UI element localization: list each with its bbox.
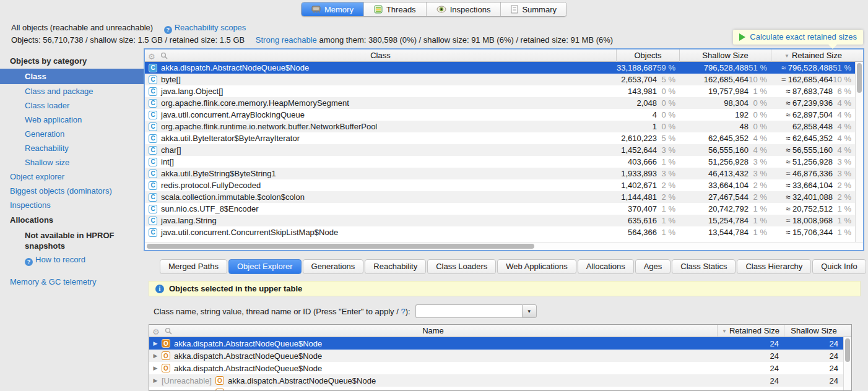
retained-size: 24 [717, 351, 784, 361]
class-table-row[interactable]: Cakka.dispatch.AbstractNodeQueue$Node33,… [145, 62, 855, 74]
class-table-row[interactable]: Cakka.util.ByteIterator$ByteArrayIterato… [145, 132, 855, 144]
class-table-row[interactable]: Cjava.lang.Object[]143,9810 %19,757,9841… [145, 85, 855, 97]
retained-size: 24 [717, 376, 784, 385]
tab-web-applications[interactable]: Web Applications [497, 259, 576, 274]
gear-icon[interactable]: ⚙ [152, 329, 160, 336]
class-name: org.apache.flink.core.memory.HeapMemoryS… [161, 98, 349, 108]
scrollbar-thumb[interactable] [147, 244, 534, 249]
sidebar-item-object-explorer[interactable]: Object explorer [0, 170, 144, 184]
sidebar-item-biggest-objects-dominators[interactable]: Biggest objects (dominators) [0, 184, 144, 198]
filter-dropdown-button[interactable]: ▼ [522, 304, 537, 318]
objects-percent: 0 % [657, 122, 679, 131]
object-table-row[interactable]: ▶Oakka.dispatch.AbstractNodeQueue$Node24… [149, 350, 843, 362]
column-objects[interactable]: Objects [616, 49, 679, 62]
retained-size: ≈ 67,239,936 [771, 98, 833, 108]
sidebar-item-memory-gc-telemetry[interactable]: Memory & GC telemetry [0, 275, 144, 289]
class-table-row[interactable]: Cjava.util.concurrent.ConcurrentSkipList… [145, 226, 855, 238]
tab-merged-paths[interactable]: Merged Paths [160, 259, 227, 274]
retained-size: 24 [717, 364, 784, 373]
class-table-row[interactable]: Cjava.util.concurrent.ArrayBlockingQueue… [145, 109, 855, 121]
class-table-row[interactable]: Cscala.collection.immutable.$colon$colon… [145, 191, 855, 203]
strong-reachable-link[interactable]: Strong reachable [256, 35, 317, 45]
class-table-row[interactable]: Cakka.util.ByteString$ByteString11,933,8… [145, 168, 855, 179]
expand-icon[interactable]: ▶ [149, 353, 162, 359]
gear-icon[interactable]: ⚙ [148, 53, 155, 61]
objects-percent: 0 % [657, 87, 679, 96]
tab-threads[interactable]: Threads [364, 2, 427, 16]
objects-count: 403,666 [616, 157, 657, 166]
sidebar-item-generation[interactable]: Generation [0, 127, 144, 141]
tab-class-statics[interactable]: Class Statics [672, 259, 736, 274]
sidebar-item-inspections[interactable]: Inspections [0, 198, 144, 212]
reachability-scopes-link[interactable]: ?Reachability scopes [164, 23, 246, 32]
class-icon: C [149, 228, 157, 237]
sidebar-item-reachability[interactable]: Reachability [0, 141, 144, 155]
tab-ages[interactable]: Ages [635, 259, 671, 274]
sidebar-item-class[interactable]: Class [0, 69, 144, 84]
sidebar-item-how-to-record[interactable]: ?How to record [0, 252, 144, 269]
object-name: akka.dispatch.AbstractNodeQueue$Node [228, 376, 376, 385]
class-name: java.lang.Object[] [161, 87, 223, 96]
tab-object-explorer[interactable]: Object Explorer [228, 259, 302, 274]
column-retained-size[interactable]: ▼Retained Size [717, 325, 784, 337]
class-table-row[interactable]: Cint[]403,6661 %51,256,9283 %≈ 51,256,92… [145, 156, 855, 168]
class-table-row[interactable]: Corg.apache.flink.core.memory.HeapMemory… [145, 97, 855, 109]
tab-summary[interactable]: Summary [501, 2, 566, 16]
column-name[interactable]: ⚙ Name [149, 326, 717, 335]
sidebar-item-shallow-size[interactable]: Shallow size [0, 155, 144, 170]
calculate-retained-sizes-button[interactable]: Calculate exact retained sizes [733, 30, 863, 45]
sidebar-item-class-and-package[interactable]: Class and package [0, 84, 144, 98]
tab-memory[interactable]: Memory [302, 2, 364, 16]
expand-icon[interactable]: ▶ [149, 365, 162, 371]
horizontal-scrollbar[interactable] [145, 242, 863, 250]
vertical-scrollbar[interactable] [843, 337, 851, 390]
object-table-body: ▶Oakka.dispatch.AbstractNodeQueue$Node24… [149, 337, 843, 390]
column-retained-size[interactable]: ▼Retained Size [771, 49, 855, 62]
column-class[interactable]: ⚙ Class [145, 51, 616, 60]
class-table-row[interactable]: Csun.nio.cs.UTF_8$Encoder370,4071 %20,74… [145, 203, 855, 215]
object-table-row[interactable]: ▶[Unreachable]Oakka.dispatch.AbstractNod… [149, 374, 843, 387]
class-name: akka.dispatch.AbstractNodeQueue$Node [161, 63, 309, 72]
column-shallow-size[interactable]: Shallow Size [784, 325, 843, 337]
vertical-scrollbar[interactable] [855, 62, 863, 242]
filter-help-link[interactable]: ? [401, 307, 405, 316]
tab-allocations[interactable]: Allocations [578, 259, 634, 274]
object-table-row[interactable]: ▶[Unreachable]Oakka.dispatch.AbstractNod… [149, 387, 843, 390]
retained-size: ≈ 46,876,336 [771, 169, 833, 178]
objects-count: 143,981 [616, 87, 657, 96]
class-table-row[interactable]: Corg.apache.flink.runtime.io.network.buf… [145, 121, 855, 132]
tab-class-loaders[interactable]: Class Loaders [427, 259, 496, 274]
expand-icon[interactable]: ▶ [149, 340, 162, 346]
object-table-row[interactable]: ▶Oakka.dispatch.AbstractNodeQueue$Node24… [149, 337, 843, 350]
class-icon: C [149, 205, 157, 213]
class-table-row[interactable]: Cchar[]1,452,6443 %56,555,1604 %≈ 56,555… [145, 144, 855, 156]
retained-percent: 1 % [833, 216, 855, 225]
column-shallow-size[interactable]: Shallow Size [679, 49, 771, 62]
expand-icon[interactable]: ▶ [149, 377, 162, 384]
filter-label: Class name, string value, thread name or… [154, 307, 410, 316]
class-icon: C [149, 87, 157, 96]
object-table-row[interactable]: ▶Oakka.dispatch.AbstractNodeQueue$Node24… [149, 362, 843, 374]
objects-count: 370,407 [616, 204, 657, 213]
class-table-row[interactable]: Cbyte[]2,653,7045 %162,685,46410 %≈ 162,… [145, 74, 855, 85]
search-icon[interactable] [165, 327, 172, 337]
tab-reachability[interactable]: Reachability [365, 259, 426, 274]
shallow-percent: 0 % [749, 110, 771, 119]
expand-icon[interactable]: ▶ [149, 390, 162, 390]
scrollbar-thumb[interactable] [857, 63, 862, 93]
tab-class-hierarchy[interactable]: Class Hierarchy [737, 259, 811, 274]
scrollbar-thumb[interactable] [845, 338, 850, 362]
search-icon[interactable] [160, 52, 168, 61]
sidebar-item-class-loader[interactable]: Class loader [0, 98, 144, 113]
filter-input[interactable] [415, 304, 522, 318]
objects-summary: Objects: 56,710,738 / shallow size: 1.5 … [11, 35, 245, 45]
retained-size: ≈ 162,685,464 [771, 75, 833, 84]
tab-generations[interactable]: Generations [303, 259, 364, 274]
class-table-row[interactable]: Credis.protocol.FullyDecoded1,402,6712 %… [145, 179, 855, 191]
tab-quick-info[interactable]: Quick Info [812, 259, 866, 274]
sidebar-item-web-application[interactable]: Web application [0, 113, 144, 127]
tab-inspections[interactable]: Inspections [427, 2, 501, 16]
class-table-row[interactable]: Cjava.lang.String635,6161 %15,254,7841 %… [145, 215, 855, 226]
objects-percent: 59 % [657, 63, 679, 72]
objects-count: 2,048 [616, 98, 657, 108]
